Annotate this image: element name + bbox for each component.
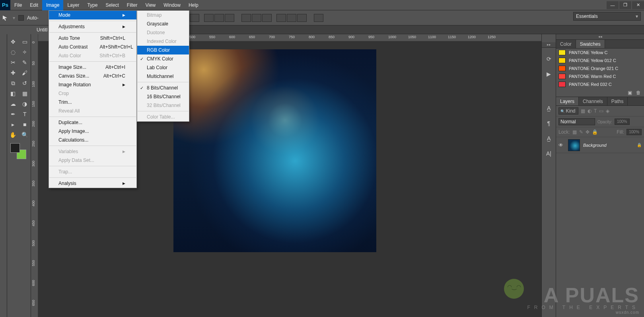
- menu-variables[interactable]: Variables▶: [49, 147, 136, 156]
- panel-collapse-handle[interactable]: ◂◂: [556, 34, 644, 40]
- opacity-value[interactable]: 100%: [615, 119, 630, 125]
- maximize-button[interactable]: ❐: [619, 1, 631, 9]
- move-tool-icon[interactable]: [2, 15, 10, 21]
- align-icon[interactable]: [204, 14, 214, 22]
- history-brush-icon[interactable]: ↺: [19, 78, 31, 88]
- tab-swatches[interactable]: Swatches: [576, 40, 605, 48]
- filter-adjust-icon[interactable]: ◐: [588, 108, 591, 114]
- gradient-tool-icon[interactable]: ▦: [19, 88, 31, 99]
- marquee-tool-icon[interactable]: ▭: [19, 37, 31, 47]
- menu-apply-data-set[interactable]: Apply Data Set...: [49, 156, 136, 165]
- swatch-item[interactable]: PANTONE Warm Red C: [556, 72, 644, 80]
- stamp-tool-icon[interactable]: ⧉: [7, 78, 19, 88]
- menu-view[interactable]: View: [141, 0, 160, 10]
- mode-grayscale[interactable]: Grayscale: [137, 19, 189, 28]
- workspace-switcher[interactable]: Essentials: [573, 12, 641, 21]
- fill-value[interactable]: 100%: [626, 129, 642, 135]
- menu-reveal-all[interactable]: Reveal All: [49, 107, 136, 115]
- wand-tool-icon[interactable]: ✧: [19, 47, 31, 57]
- 3d-mode-icon[interactable]: [314, 14, 323, 22]
- menu-canvas-size[interactable]: Canvas Size...Alt+Ctrl+C: [49, 72, 136, 80]
- menu-window[interactable]: Window: [160, 0, 185, 10]
- tab-channels[interactable]: Channels: [579, 97, 607, 105]
- blur-tool-icon[interactable]: ☁: [7, 99, 19, 109]
- lasso-tool-icon[interactable]: ◌: [7, 47, 19, 57]
- menu-image[interactable]: Image: [42, 0, 63, 10]
- lock-all-icon[interactable]: 🔒: [592, 129, 598, 135]
- tab-paths[interactable]: Paths: [607, 97, 628, 105]
- menu-adjustments[interactable]: Adjustments▶: [49, 22, 136, 31]
- distribute-icon[interactable]: [262, 14, 272, 22]
- mode-16bit[interactable]: 16 Bits/Channel: [137, 92, 189, 101]
- heal-tool-icon[interactable]: ✚: [7, 68, 19, 78]
- menu-mode[interactable]: Mode▶: [49, 11, 136, 19]
- zoom-tool-icon[interactable]: 🔍: [19, 130, 31, 140]
- swatch-item[interactable]: PANTONE Orange 021 C: [556, 64, 644, 72]
- tab-color[interactable]: Color: [556, 40, 576, 48]
- mode-cmyk[interactable]: ✓CMYK Color: [137, 54, 189, 63]
- filter-pixel-icon[interactable]: ▦: [581, 108, 585, 114]
- menu-analysis[interactable]: Analysis▶: [49, 179, 136, 188]
- path-select-icon[interactable]: ▸: [7, 119, 19, 130]
- layer-kind-filter[interactable]: Kind: [558, 107, 578, 115]
- tab-layers[interactable]: Layers: [556, 97, 579, 105]
- distribute-icon[interactable]: [297, 14, 307, 22]
- swatch-item[interactable]: PANTONE Red 032 C: [556, 80, 644, 88]
- panel-collapse-handle[interactable]: ▸▸: [542, 42, 556, 48]
- distribute-icon[interactable]: [241, 14, 251, 22]
- eyedropper-tool-icon[interactable]: ✎: [19, 57, 31, 68]
- hand-tool-icon[interactable]: ✋: [7, 130, 19, 140]
- mode-multichannel[interactable]: Multichannel: [137, 72, 189, 81]
- menu-auto-color[interactable]: Auto ColorShift+Ctrl+B: [49, 51, 136, 60]
- minimize-button[interactable]: —: [607, 1, 619, 9]
- menu-layer[interactable]: Layer: [63, 0, 83, 10]
- move-tool-icon[interactable]: ✥: [7, 37, 19, 47]
- mode-duotone[interactable]: Duotone: [137, 28, 189, 37]
- swatch-item[interactable]: PANTONE Yellow 012 C: [556, 56, 644, 64]
- menu-auto-contrast[interactable]: Auto ContrastAlt+Shift+Ctrl+L: [49, 43, 136, 51]
- menu-type[interactable]: Type: [83, 0, 101, 10]
- auto-select-checkbox[interactable]: [18, 15, 24, 21]
- color-swatches[interactable]: [10, 143, 26, 159]
- char-styles-icon[interactable]: A̲: [545, 134, 553, 142]
- lock-position-icon[interactable]: ✥: [586, 129, 590, 135]
- paragraph-panel-icon[interactable]: ¶: [545, 119, 553, 127]
- menu-auto-tone[interactable]: Auto ToneShift+Ctrl+L: [49, 34, 136, 43]
- mode-indexed[interactable]: Indexed Color: [137, 37, 189, 46]
- menu-filter[interactable]: Filter: [123, 0, 142, 10]
- history-panel-icon[interactable]: ⟳: [545, 55, 553, 63]
- distribute-icon[interactable]: [287, 14, 296, 22]
- visibility-icon[interactable]: 👁: [558, 142, 565, 148]
- menu-edit[interactable]: Edit: [26, 0, 42, 10]
- align-icon[interactable]: [190, 14, 199, 22]
- menu-crop[interactable]: Crop: [49, 89, 136, 98]
- filter-smart-icon[interactable]: ◈: [606, 108, 609, 114]
- menu-trim[interactable]: Trim...: [49, 98, 136, 107]
- menu-trap[interactable]: Trap...: [49, 167, 136, 176]
- menu-apply-image[interactable]: Apply Image...: [49, 127, 136, 136]
- dodge-tool-icon[interactable]: ◑: [19, 99, 31, 109]
- mode-lab[interactable]: Lab Color: [137, 63, 189, 72]
- close-button[interactable]: ✕: [632, 1, 644, 9]
- menu-help[interactable]: Help: [185, 0, 202, 10]
- distribute-icon[interactable]: [276, 14, 286, 22]
- menu-image-rotation[interactable]: Image Rotation▶: [49, 80, 136, 89]
- menu-file[interactable]: File: [10, 0, 26, 10]
- new-swatch-icon[interactable]: ▣: [628, 90, 632, 95]
- menu-calculations[interactable]: Calculations...: [49, 136, 136, 144]
- mode-bitmap[interactable]: Bitmap: [137, 11, 189, 19]
- foreground-color[interactable]: [10, 143, 20, 153]
- mode-color-table[interactable]: Color Table...: [137, 113, 189, 121]
- eraser-tool-icon[interactable]: ◧: [7, 88, 19, 99]
- menu-image-size[interactable]: Image Size...Alt+Ctrl+I: [49, 63, 136, 72]
- mode-rgb[interactable]: RGB Color: [137, 46, 189, 54]
- shape-tool-icon[interactable]: ■: [19, 119, 31, 130]
- swatch-item[interactable]: PANTONE Yellow C: [556, 49, 644, 56]
- lock-transparent-icon[interactable]: ▦: [572, 129, 577, 135]
- filter-shape-icon[interactable]: ▭: [599, 108, 603, 114]
- filter-type-icon[interactable]: T: [594, 108, 597, 114]
- pen-tool-icon[interactable]: ✒: [7, 109, 19, 119]
- para-styles-icon[interactable]: A|: [545, 150, 553, 158]
- distribute-icon[interactable]: [252, 14, 261, 22]
- actions-panel-icon[interactable]: ▶: [545, 70, 553, 78]
